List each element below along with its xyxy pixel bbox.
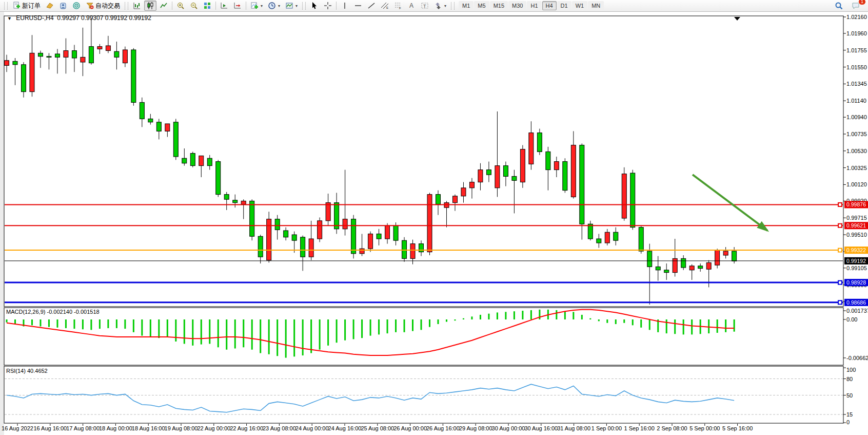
periods-button[interactable]: ▾	[266, 1, 282, 11]
new-order-button[interactable]: 新订单	[10, 1, 43, 11]
price-close: 0.99192	[129, 14, 151, 22]
indicators-button[interactable]: ▾	[248, 1, 265, 11]
macd-indicator-label: MACD(12,26,9) -0.002140 -0.001518	[6, 309, 100, 315]
candlestick-chart-button[interactable]	[144, 1, 156, 11]
horizontal-line-button[interactable]	[352, 1, 364, 11]
navigator-button[interactable]	[70, 1, 83, 11]
svg-text:1 Sep 00:00: 1 Sep 00:00	[591, 425, 622, 431]
text-label-button[interactable]: T	[419, 1, 431, 11]
auto-trading-button[interactable]: 自动交易	[84, 1, 122, 11]
svg-text:1 Sep 16:00: 1 Sep 16:00	[624, 425, 655, 431]
svg-text:1.01345: 1.01345	[846, 81, 867, 87]
toolbar-separator	[246, 2, 246, 10]
notification-badge[interactable]: 1	[858, 0, 866, 5]
timeframe-m15[interactable]: M15	[490, 1, 508, 10]
svg-text:2 Sep 08:00: 2 Sep 08:00	[657, 425, 687, 431]
search-button[interactable]	[833, 1, 845, 11]
line-chart-icon	[160, 2, 168, 10]
timeframe-w1[interactable]: W1	[572, 1, 588, 10]
equidistant-channel-icon: E	[381, 2, 389, 10]
svg-text:1.00530: 1.00530	[846, 148, 867, 154]
chevron-down-icon: ▾	[278, 4, 280, 8]
data-window-button[interactable]	[57, 1, 69, 11]
trendline-icon	[367, 2, 376, 10]
svg-text:0.99510: 0.99510	[846, 232, 867, 238]
toolbar-grip[interactable]	[302, 2, 306, 10]
svg-text:5 Sep 16:00: 5 Sep 16:00	[722, 425, 753, 431]
macd-main-value: -0.002140	[47, 309, 72, 315]
market-watch-icon	[46, 2, 54, 10]
chevron-down-icon: ▾	[261, 4, 263, 8]
svg-text:18 Aug 16:00: 18 Aug 16:00	[132, 425, 165, 431]
arrows-icon	[434, 2, 442, 10]
timeframe-m1[interactable]: M1	[459, 1, 474, 10]
bar-chart-icon	[133, 2, 141, 10]
arrows-button[interactable]: ▾	[432, 1, 448, 11]
fibonacci-button[interactable]: F	[392, 1, 404, 11]
time-axis[interactable]: 16 Aug 202216 Aug 16:0017 Aug 08:0018 Au…	[2, 424, 753, 431]
toolbar-grip[interactable]	[451, 2, 455, 10]
svg-text:0.98686: 0.98686	[846, 299, 866, 306]
timeframe-m30[interactable]: M30	[508, 1, 526, 10]
svg-text:1.00325: 1.00325	[846, 165, 867, 171]
svg-text:1.00735: 1.00735	[846, 131, 867, 137]
timeframe-h1[interactable]: H1	[527, 1, 541, 10]
chart-shift-button[interactable]	[231, 1, 244, 11]
svg-text:24 Aug 16:00: 24 Aug 16:00	[328, 425, 362, 431]
crosshair-button[interactable]	[322, 1, 334, 11]
chart-shift-icon	[233, 2, 242, 10]
zoom-out-button[interactable]	[188, 1, 200, 11]
zoom-in-icon	[176, 2, 185, 10]
equidistant-channel-button[interactable]: E	[379, 1, 391, 11]
text-button[interactable]: A	[405, 1, 418, 11]
crosshair-icon	[324, 2, 332, 10]
svg-text:30 Aug 00:00: 30 Aug 00:00	[492, 425, 525, 431]
toolbar-separator	[172, 2, 172, 10]
svg-text:26 Aug 16:00: 26 Aug 16:00	[426, 425, 460, 431]
horizontal-line-icon	[354, 2, 362, 10]
trendline-button[interactable]	[365, 1, 378, 11]
svg-text:80: 80	[846, 376, 853, 382]
timeframe-switcher: M1M5M15M30H1H4D1W1MN	[459, 1, 604, 10]
svg-text:50: 50	[846, 392, 853, 399]
svg-text:29 Aug 08:00: 29 Aug 08:00	[459, 425, 492, 431]
toolbar-grip[interactable]	[4, 2, 8, 10]
svg-text:1.02160: 1.02160	[846, 14, 867, 20]
chart-title: ▼ EURUSD-,H4 0.99297 0.99307 0.99192 0.9…	[7, 14, 151, 22]
svg-text:1.01960: 1.01960	[846, 30, 867, 36]
new-order-label: 新订单	[22, 2, 41, 10]
vertical-line-button[interactable]	[339, 1, 351, 11]
data-window-icon	[59, 2, 67, 10]
market-watch-button[interactable]	[44, 1, 56, 11]
svg-text:T: T	[423, 4, 426, 9]
svg-text:25 Aug 08:00: 25 Aug 08:00	[361, 425, 394, 431]
svg-text:0.99876: 0.99876	[846, 201, 866, 207]
timeframe-mn[interactable]: MN	[588, 1, 604, 10]
toolbar-separator	[215, 2, 216, 10]
cursor-button[interactable]	[308, 1, 321, 11]
candlestick-chart-icon	[146, 2, 154, 10]
svg-text:5 Sep 00:00: 5 Sep 00:00	[689, 425, 720, 431]
bar-chart-button[interactable]	[131, 1, 143, 11]
tile-windows-button[interactable]	[201, 1, 213, 11]
timeframe-h4[interactable]: H4	[542, 1, 557, 10]
timeframe-d1[interactable]: D1	[557, 1, 571, 10]
zoom-in-button[interactable]	[174, 1, 187, 11]
line-chart-button[interactable]	[157, 1, 170, 11]
svg-text:15: 15	[846, 411, 853, 418]
chart-menu-icon[interactable]: ▼	[7, 16, 12, 21]
templates-button[interactable]: ▾	[283, 1, 300, 11]
cursor-icon	[310, 2, 319, 10]
toolbar-separator	[336, 2, 337, 10]
price-open: 0.99297	[57, 14, 79, 22]
chart-canvas[interactable]: 1.021601.019601.017551.015501.013451.011…	[0, 0, 868, 435]
toolbar-grip[interactable]	[125, 2, 128, 10]
svg-text:1.00940: 1.00940	[846, 114, 867, 120]
auto-scroll-button[interactable]	[218, 1, 230, 11]
new-order-icon	[12, 2, 21, 10]
svg-text:0.99715: 0.99715	[846, 215, 867, 221]
indicators-add-icon	[250, 2, 259, 10]
templates-icon	[285, 2, 293, 10]
timeframe-m5[interactable]: M5	[474, 1, 489, 10]
macd-name: MACD(12,26,9)	[6, 309, 45, 315]
